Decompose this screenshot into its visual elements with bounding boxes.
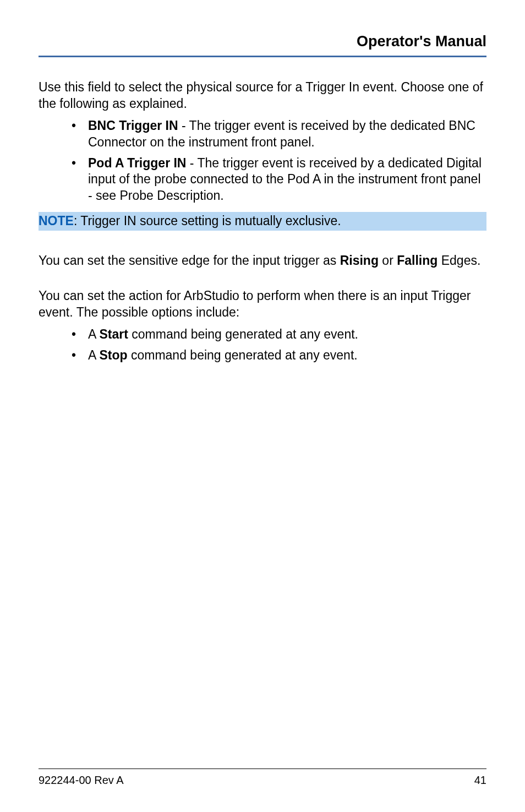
term-bnc-trigger-in: BNC Trigger IN <box>88 118 178 133</box>
action-stop: Stop <box>99 348 127 362</box>
edge-pre: You can set the sensitive edge for the i… <box>39 253 340 268</box>
action-pre: A <box>88 327 99 341</box>
edge-falling: Falling <box>397 253 438 268</box>
page-header: Operator's Manual <box>39 33 486 55</box>
list-item: Pod A Trigger IN - The trigger event is … <box>72 155 486 205</box>
note-label: NOTE <box>39 214 74 228</box>
footer-rule <box>39 769 486 769</box>
action-list: A Start command being generated at any e… <box>39 326 486 364</box>
source-list: BNC Trigger IN - The trigger event is re… <box>39 118 486 204</box>
action-pre: A <box>88 348 99 362</box>
term-pod-a-trigger-in: Pod A Trigger IN <box>88 156 186 170</box>
page-footer: 922244-00 Rev A 41 <box>39 774 486 787</box>
action-post: command being generated at any event. <box>128 327 358 341</box>
action-start: Start <box>99 327 128 341</box>
action-post: command being generated at any event. <box>128 348 358 362</box>
header-rule <box>39 56 486 57</box>
note-box: NOTE: Trigger IN source setting is mutua… <box>39 212 486 231</box>
revision-label: 922244-00 Rev A <box>39 774 124 787</box>
list-item: A Start command being generated at any e… <box>72 326 486 343</box>
edge-post: Edges. <box>438 253 480 268</box>
edge-mid: or <box>379 253 397 268</box>
list-item: A Stop command being generated at any ev… <box>72 347 486 364</box>
manual-title: Operator's Manual <box>357 33 486 50</box>
page-number: 41 <box>474 774 486 787</box>
action-intro: You can set the action for ArbStudio to … <box>39 288 486 321</box>
edge-rising: Rising <box>340 253 379 268</box>
edge-paragraph: You can set the sensitive edge for the i… <box>39 253 486 269</box>
list-item: BNC Trigger IN - The trigger event is re… <box>72 118 486 151</box>
intro-paragraph: Use this field to select the physical so… <box>39 79 486 112</box>
note-text: : Trigger IN source setting is mutually … <box>74 214 341 228</box>
